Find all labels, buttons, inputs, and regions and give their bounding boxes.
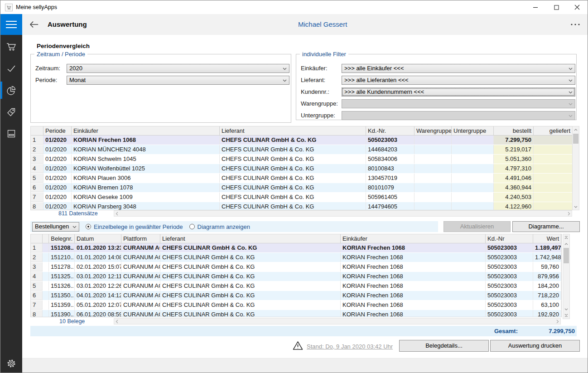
filter-label: Einkäufer:: [301, 64, 328, 73]
zeitraum-label: Zeitraum:: [35, 64, 60, 73]
table-cell: [534, 145, 573, 154]
column-header[interactable]: Kd.-Nr: [486, 234, 533, 243]
scroll-up-icon[interactable]: [573, 126, 579, 133]
table-row[interactable]: 2151210..01.01.2020 14:08CURANUM AGCHEFS…: [31, 253, 561, 262]
column-header[interactable]: Untergruppe: [452, 126, 494, 135]
table-row[interactable]: 8151390..06.01.2020 08:59CURANUM AGCHEFS…: [31, 310, 561, 317]
scroll-down-icon[interactable]: [573, 203, 579, 210]
menu-button[interactable]: [0, 14, 22, 35]
sidebar-item-journal[interactable]: [0, 127, 22, 140]
table-cell: 505023003: [486, 243, 533, 252]
filter-select: [342, 111, 575, 120]
refresh-button[interactable]: Aktualisieren: [443, 221, 511, 232]
column-header[interactable]: Einkäufer: [72, 126, 220, 135]
table-cell: KORIAN Frechen 1068: [341, 262, 486, 271]
more-menu-icon[interactable]: [569, 20, 581, 29]
table-cell: CURANUM AG: [121, 262, 160, 271]
user-name[interactable]: Michael Gessert: [298, 14, 347, 35]
scroll-thumb[interactable]: [564, 248, 569, 263]
scroll-first-icon[interactable]: [563, 234, 569, 241]
chevron-down-icon: [569, 103, 573, 106]
sidebar-item-analysis[interactable]: [0, 84, 22, 97]
column-header[interactable]: Periode: [43, 126, 72, 135]
row-number: 7: [31, 193, 43, 202]
table-row[interactable]: 6151350..04.01.2020 14:12CURANUM AGCHEFS…: [31, 291, 561, 300]
scroll-last-icon[interactable]: [563, 312, 569, 319]
table-cell: 144794605: [366, 202, 414, 210]
back-button[interactable]: [28, 19, 40, 30]
column-header[interactable]: bestellt: [494, 126, 534, 135]
table-row[interactable]: 801/2020KORIAN Parsberg 3048CHEFS CULINA…: [31, 202, 573, 210]
table-row[interactable]: 301/2020KORIAN Schwelm 1045CHEFS CULINAR…: [31, 155, 573, 164]
table2-horizontal-scrollbar[interactable]: [114, 318, 561, 325]
table-row[interactable]: 5151326..03.01.2020 12:26CURANUM AGCHEFS…: [31, 281, 561, 291]
spacer-cell: [43, 291, 49, 300]
table-cell: [414, 164, 452, 173]
table-row[interactable]: 4151325..03.01.2020 12:11CURANUM AGCHEFS…: [31, 272, 561, 281]
scroll-thumb[interactable]: [573, 134, 578, 144]
column-header[interactable]: Einkäufer: [341, 234, 486, 243]
scroll-up-icon[interactable]: [563, 241, 569, 247]
table-cell: CHEFS CULINAR GmbH & Co. KG: [220, 164, 366, 173]
table2-vertical-scrollbar[interactable]: [563, 234, 570, 319]
print-report-button[interactable]: Auswertung drucken: [490, 340, 580, 352]
table1-horizontal-scrollbar[interactable]: [114, 210, 572, 217]
radio-einzelbelege[interactable]: Einzelbelege in gewählter Periode: [86, 223, 183, 230]
maximize-button[interactable]: [546, 0, 567, 14]
table-row[interactable]: 701/2020KORIAN Geseke 1009CHEFS CULINAR …: [31, 193, 573, 202]
table-cell: CURANUM AG: [121, 243, 160, 252]
sidebar-item-orders[interactable]: [0, 40, 22, 53]
table-row[interactable]: 501/2020KORIAN Plauen 3006CHEFS CULINAR …: [31, 174, 573, 183]
radio-diagramm[interactable]: Diagramm anzeigen: [189, 223, 250, 230]
table-row[interactable]: 601/2020KORIAN Bremen 1078CHEFS CULINAR …: [31, 183, 573, 193]
table-row[interactable]: 201/2020KORIAN MÜNCHEN2 4048CHEFS CULINA…: [31, 145, 573, 155]
data-timestamp[interactable]: Stand: Do, 9 Jan 2020 03:42 Uhr: [307, 343, 393, 350]
periode-select[interactable]: Monat: [67, 76, 289, 85]
table-cell: CURANUM AG: [121, 310, 160, 317]
column-header[interactable]: Lieferant: [220, 126, 366, 135]
tag-icon: [6, 107, 17, 117]
table-cell: 151208..: [49, 243, 75, 252]
scroll-down-icon[interactable]: [563, 306, 569, 312]
column-header[interactable]: [31, 234, 43, 243]
sidebar-item-offers[interactable]: [0, 106, 22, 118]
document-type-select[interactable]: Bestellungen: [32, 222, 79, 232]
column-header[interactable]: geliefert: [534, 126, 573, 135]
sidebar-item-settings[interactable]: [0, 357, 22, 370]
table-cell: CURANUM AG: [121, 300, 160, 310]
table-row[interactable]: 101/2020KORIAN Frechen 1068CHEFS CULINAR…: [31, 136, 573, 145]
filter-select[interactable]: >>> alle Lieferanten <<<: [342, 76, 575, 85]
table-cell: [414, 183, 452, 192]
column-header[interactable]: Datum: [75, 234, 121, 243]
close-button[interactable]: [567, 0, 588, 14]
table1-vertical-scrollbar[interactable]: [572, 126, 579, 210]
table-cell: [452, 183, 494, 192]
app-window: Meine sellyApps Auswertung Michael Gesse…: [0, 0, 588, 373]
sidebar-item-tasks[interactable]: [0, 62, 22, 75]
column-header[interactable]: Plattform: [121, 234, 160, 243]
column-header[interactable]: [43, 234, 49, 243]
zeitraum-select[interactable]: 2020: [67, 64, 289, 73]
filter-select[interactable]: >>> alle Kundennummern <<<: [342, 87, 575, 97]
minimize-button[interactable]: [525, 0, 546, 14]
table-row[interactable]: 7151359..05.01.2020 12:07CURANUM AGCHEFS…: [31, 300, 561, 310]
table-row[interactable]: 401/2020KORIAN Wolfenbüttel 1025CHEFS CU…: [31, 164, 573, 174]
table-row[interactable]: 1151208..01.01.2020 13:23CURANUM AGCHEFS…: [31, 243, 561, 253]
row-number: 5: [31, 281, 43, 291]
document-details-button[interactable]: Belegdetails...: [399, 340, 489, 352]
filter-select[interactable]: >>> alle Einkäufer <<<: [342, 64, 575, 73]
table-cell: CHEFS CULINAR GmbH & Co. KG: [160, 310, 341, 317]
row-number: 6: [31, 291, 43, 300]
column-header[interactable]: Wert: [533, 234, 561, 243]
table-cell: KORIAN Frechen 1068: [72, 136, 220, 145]
column-header[interactable]: [31, 126, 43, 135]
column-header[interactable]: Kd.-Nr.: [366, 126, 414, 135]
table-cell: 505023003: [486, 253, 533, 262]
column-header[interactable]: Belegnr.: [49, 234, 75, 243]
column-header[interactable]: Lieferant: [160, 234, 341, 243]
charts-button[interactable]: Diagramme...: [512, 221, 580, 232]
column-header[interactable]: Warengruppe: [414, 126, 452, 135]
table-cell: 03.01.2020 12:26: [75, 281, 121, 291]
table-row[interactable]: 3151278..02.01.2020 15:07CURANUM AGCHEFS…: [31, 262, 561, 272]
table-cell: 05.01.2020 12:07: [75, 300, 121, 310]
